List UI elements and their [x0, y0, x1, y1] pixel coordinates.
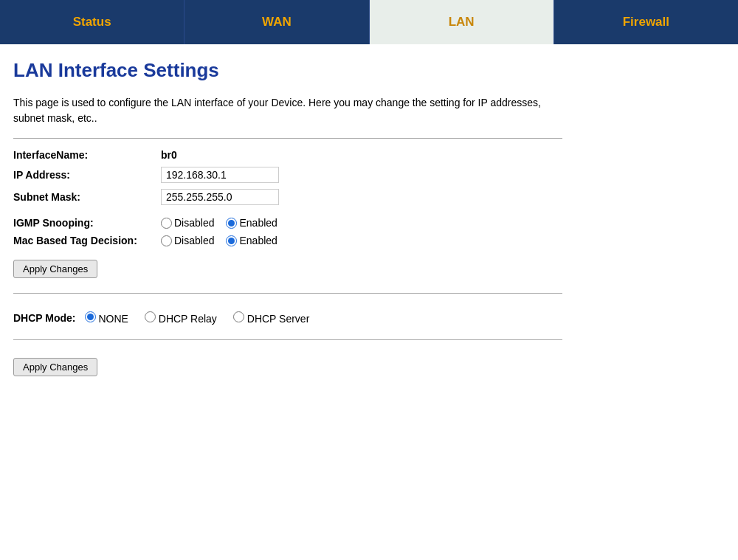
mac-disabled-label: Disabled [174, 235, 214, 246]
interface-name-value: br0 [161, 149, 177, 161]
igmp-enabled-option[interactable]: Enabled [226, 217, 277, 229]
dhcp-relay-radio[interactable] [145, 311, 156, 322]
apply-changes-button-2[interactable]: Apply Changes [13, 358, 97, 376]
igmp-enabled-radio[interactable] [226, 218, 237, 229]
tab-status[interactable]: Status [0, 0, 184, 44]
interface-name-label: InterfaceName: [13, 149, 161, 161]
ip-address-row: IP Address: [13, 167, 562, 183]
interface-name-row: InterfaceName: br0 [13, 149, 562, 161]
dhcp-section: DHCP Mode: NONE DHCP Relay DHCP Server [13, 304, 562, 332]
divider-2 [13, 293, 562, 294]
divider-3 [13, 339, 562, 340]
mac-disabled-option[interactable]: Disabled [161, 235, 214, 246]
tab-firewall[interactable]: Firewall [554, 0, 738, 44]
dhcp-server-radio[interactable] [233, 311, 244, 322]
mac-tag-row: Mac Based Tag Decision: Disabled Enabled [13, 235, 562, 246]
mac-enabled-option[interactable]: Enabled [226, 235, 277, 246]
dhcp-server-option[interactable]: DHCP Server [233, 311, 309, 325]
dhcp-mode-row: DHCP Mode: NONE DHCP Relay DHCP Server [13, 304, 562, 332]
mac-enabled-label: Enabled [239, 235, 277, 246]
igmp-snooping-label: IGMP Snooping: [13, 217, 161, 229]
igmp-snooping-row: IGMP Snooping: Disabled Enabled [13, 217, 562, 229]
mac-disabled-radio[interactable] [161, 235, 172, 246]
dhcp-none-option[interactable]: NONE [85, 311, 128, 325]
dhcp-mode-label: DHCP Mode: [13, 312, 76, 324]
igmp-enabled-label: Enabled [239, 217, 277, 229]
igmp-radio-group: Disabled Enabled [161, 217, 285, 229]
dhcp-none-radio[interactable] [85, 311, 96, 322]
divider-1 [13, 138, 562, 139]
subnet-mask-label: Subnet Mask: [13, 191, 161, 203]
dhcp-relay-label: DHCP Relay [159, 313, 217, 325]
tab-lan[interactable]: LAN [370, 0, 554, 44]
apply-changes-button-1[interactable]: Apply Changes [13, 260, 97, 278]
mac-radio-group: Disabled Enabled [161, 235, 285, 246]
ip-address-label: IP Address: [13, 169, 161, 181]
igmp-disabled-radio[interactable] [161, 218, 172, 229]
mac-tag-label: Mac Based Tag Decision: [13, 235, 161, 246]
dhcp-server-label: DHCP Server [247, 313, 310, 325]
ip-address-input[interactable] [161, 167, 279, 183]
tab-wan[interactable]: WAN [184, 0, 369, 44]
dhcp-none-label: NONE [98, 313, 128, 325]
mac-enabled-radio[interactable] [226, 235, 237, 246]
subnet-mask-input[interactable] [161, 189, 279, 205]
igmp-disabled-label: Disabled [174, 217, 214, 229]
interface-settings-form: InterfaceName: br0 IP Address: Subnet Ma… [13, 149, 562, 286]
main-content: LAN Interface Settings This page is used… [0, 44, 576, 398]
navigation: Status WAN LAN Firewall [0, 0, 738, 44]
igmp-disabled-option[interactable]: Disabled [161, 217, 214, 229]
page-description: This page is used to configure the LAN i… [13, 95, 562, 126]
dhcp-relay-option[interactable]: DHCP Relay [145, 311, 217, 325]
page-title: LAN Interface Settings [13, 59, 562, 82]
subnet-mask-row: Subnet Mask: [13, 189, 562, 205]
